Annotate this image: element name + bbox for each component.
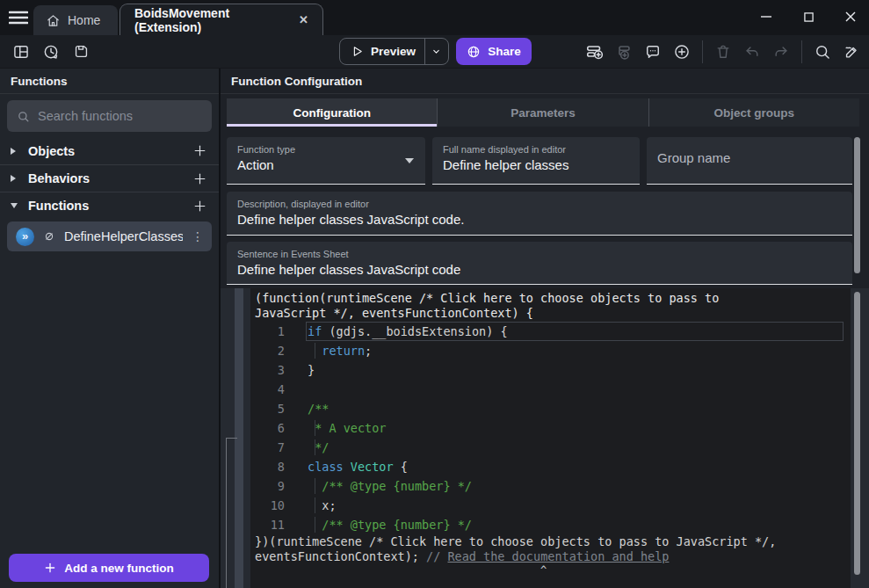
events-sheet: (function(runtimeScene /* Click here to … [221,288,869,588]
code-footer: })(runtimeScene /* Click here to choose … [250,534,783,564]
toolbar-left [11,35,91,68]
add-functions-icon[interactable] [191,197,208,214]
preview-dropdown[interactable] [425,46,448,57]
line-number: 11 [250,515,308,534]
share-button[interactable]: Share [456,38,532,65]
chevron-down-icon[interactable] [11,203,23,208]
code-line-2[interactable]: 2 return; [250,341,851,360]
code-line-6[interactable]: 6 * A vector [250,418,851,438]
full-name-label: Full name displayed in editor [443,143,629,156]
undo-icon [742,41,763,62]
maximize-icon[interactable] [799,7,818,26]
editors-layout-icon[interactable] [11,41,32,62]
chevron-right-icon[interactable] [11,175,23,182]
add-objects-icon[interactable] [191,142,208,160]
add-comment-icon[interactable] [642,41,663,62]
line-number: 9 [250,476,308,496]
search-functions-box[interactable] [7,100,212,132]
add-event-icon[interactable] [584,41,605,62]
group-name-field[interactable] [647,137,852,185]
sentence-label: Sentence in Events Sheet [237,248,842,260]
visibility-off-icon [42,229,56,243]
code-line-8[interactable]: 8class Vector { [250,457,851,476]
code-line-5[interactable]: 5/** [250,399,851,418]
tab-parameters[interactable]: Parameters [437,98,648,127]
function-type-field[interactable]: Function type Action [227,137,425,185]
line-content: x; [308,496,337,515]
line-number: 5 [250,399,308,418]
tab-boidsmovement[interactable]: BoidsMovement (Extension) ✕ [119,4,323,35]
description-field[interactable]: Description, displayed in editor Define … [227,192,852,236]
add-subevent-icon [613,41,634,62]
function-type-label: Function type [237,143,415,156]
sentence-field[interactable]: Sentence in Events Sheet Define helper c… [227,242,852,285]
trash-icon [713,41,734,62]
save-icon[interactable] [70,41,91,62]
function-item-menu-icon[interactable]: ⋮ [191,229,205,243]
section-label: Functions [28,199,191,213]
close-window-icon[interactable] [841,7,860,26]
minimize-icon[interactable] [757,7,776,26]
group-name-input[interactable] [657,150,842,165]
full-name-value: Define helper classes [443,156,629,175]
sidebar-section-objects[interactable]: Objects [0,137,219,164]
line-number: 3 [250,360,308,380]
config-scrollbar[interactable] [854,137,860,273]
code-line-7[interactable]: 7 */ [250,438,851,457]
redo-icon [771,41,792,62]
chevron-right-icon[interactable] [11,148,23,155]
chevron-down-icon [431,46,442,57]
home-icon [46,13,61,28]
line-content: /** @type {number} */ [308,515,472,534]
tab-home[interactable]: Home [33,5,118,35]
line-number: 6 [250,418,308,438]
frame-line [226,438,227,588]
line-content: */ [308,438,329,457]
full-name-field[interactable]: Full name displayed in editor Define hel… [432,137,640,185]
search-functions-input[interactable] [38,109,202,123]
code-line-10[interactable]: 10 x; [250,496,851,515]
tab-object-groups[interactable]: Object groups [648,98,859,127]
search-icon[interactable] [812,41,833,62]
window-controls [757,5,860,28]
sidebar-section-behaviors[interactable]: Behaviors [0,164,219,192]
main-menu-icon[interactable] [7,7,30,28]
preview-button[interactable]: Preview [339,38,449,65]
code-scrollbar[interactable] [854,292,860,575]
add-circle-icon[interactable] [671,41,692,62]
edit-icon[interactable] [841,41,862,62]
js-code-editor[interactable]: (function(runtimeScene /* Click here to … [250,288,851,588]
line-content: * A vector [308,418,386,438]
titlebar: Home BoidsMovement (Extension) ✕ [0,0,869,35]
dropdown-caret-icon [405,158,414,163]
line-number: 1 [250,322,308,341]
functions-sidebar: Functions ObjectsBehaviorsFunctions » De… [0,69,219,588]
line-content: return; [308,341,372,360]
add-behaviors-icon[interactable] [191,170,208,187]
line-content: class Vector { [308,457,408,476]
code-header[interactable]: (function(runtimeScene /* Click here to … [250,288,783,321]
sidebar-section-functions[interactable]: Functions [0,192,219,219]
line-number: 8 [250,457,308,476]
frame-line [226,438,237,439]
line-content: /** @type {number} */ [308,476,472,496]
line-content: /** [308,399,329,418]
preview-label: Preview [371,45,416,58]
line-number: 2 [250,341,308,360]
code-line-11[interactable]: 11 /** @type {number} */ [250,515,851,534]
history-icon[interactable] [40,41,62,62]
tab-configuration[interactable]: Configuration [227,98,437,127]
tab-active-label: BoidsMovement (Extension) [134,6,295,34]
code-line-1[interactable]: 1if (gdjs.__boidsExtension) { [250,322,851,341]
tab-close-icon[interactable]: ✕ [295,11,312,28]
documentation-link[interactable]: Read the documentation and help [447,549,669,563]
code-line-9[interactable]: 9 /** @type {number} */ [250,476,851,496]
add-function-button[interactable]: Add a new function [9,554,209,582]
play-icon [351,45,364,58]
code-line-3[interactable]: 3} [250,360,851,380]
plus-icon [44,562,56,574]
function-item-definehelperclasses[interactable]: » DefineHelperClasses ⋮ [7,221,212,251]
sidebar-title: Functions [0,69,219,94]
code-lines: 1if (gdjs.__boidsExtension) {2 return;3}… [250,321,851,534]
code-line-4[interactable]: 4 [250,380,851,399]
